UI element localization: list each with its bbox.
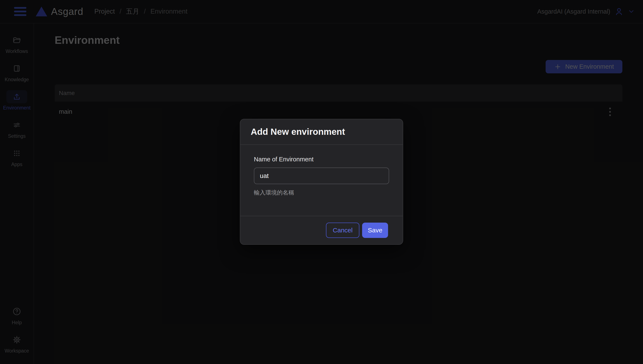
modal-body: Name of Environment 輸入環境的名稱	[240, 145, 403, 216]
modal-title: Add New environment	[251, 127, 345, 137]
modal-header: Add New environment	[240, 119, 403, 145]
cancel-button[interactable]: Cancel	[326, 222, 359, 238]
environment-name-helper-text: 輸入環境的名稱	[254, 189, 389, 196]
environment-name-label: Name of Environment	[254, 156, 389, 163]
add-environment-modal: Add New environment Name of Environment …	[240, 119, 403, 245]
modal-footer: Cancel Save	[240, 216, 403, 244]
environment-name-input[interactable]	[254, 168, 389, 184]
save-button[interactable]: Save	[362, 222, 388, 238]
